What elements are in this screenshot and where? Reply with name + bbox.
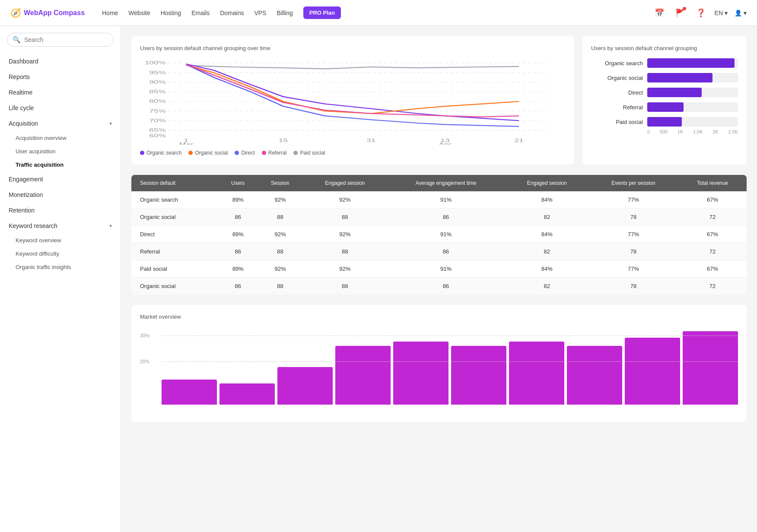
pro-plan-button[interactable]: PRO Plan — [303, 6, 341, 19]
sidebar-item-acquisition[interactable]: Acquisition ▾ — [0, 116, 121, 131]
calendar-icon[interactable]: 📅 — [652, 6, 666, 20]
sidebar-sub-traffic-acquisition[interactable]: Traffic acquisition — [0, 158, 121, 171]
sidebar-sub-user-acquisition[interactable]: User acquisition — [0, 145, 121, 158]
sidebar-label-acquisition: Acquisition — [9, 120, 38, 127]
svg-text:80%: 80% — [149, 99, 166, 104]
language-selector[interactable]: EN ▾ — [715, 10, 728, 16]
nav-home[interactable]: Home — [102, 10, 118, 16]
nav-billing[interactable]: Billing — [277, 10, 293, 16]
user-menu[interactable]: 👤 ▾ — [735, 10, 747, 16]
legend-label-referral: Referral — [268, 150, 287, 156]
notification-badge — [683, 7, 686, 10]
main-content: Users by session default channel groupin… — [121, 26, 757, 532]
hbar-row-organic-search: Organic search — [591, 58, 738, 68]
market-bar-fill — [277, 367, 333, 405]
table-header: Session default Users Session Engaged se… — [131, 175, 747, 191]
sidebar-item-reports[interactable]: Reports — [0, 69, 121, 85]
col-events: Events per session — [588, 175, 678, 191]
nav-emails[interactable]: Emails — [191, 10, 210, 16]
flag-icon[interactable]: 🚩 — [673, 6, 687, 20]
cell-users: 89% — [219, 191, 257, 209]
help-icon[interactable]: ❓ — [694, 6, 708, 20]
market-bar-fill — [683, 331, 738, 405]
market-bar-column — [509, 327, 564, 405]
sidebar-item-lifecycle[interactable]: Life cycle — [0, 100, 121, 116]
legend-organic-social: Organic social — [188, 150, 228, 156]
sidebar-sub-keyword-overview[interactable]: Keyword overview — [0, 234, 121, 247]
nav-vps[interactable]: VPS — [254, 10, 266, 16]
market-bar-column — [393, 327, 448, 405]
legend-dot-organic-search — [140, 151, 144, 155]
nav-hosting[interactable]: Hosting — [161, 10, 181, 16]
search-input[interactable] — [24, 36, 108, 43]
hbar-fill-direct — [647, 88, 702, 97]
cell-revenue: 67% — [678, 191, 747, 209]
nav-right-icons: 📅 🚩 ❓ EN ▾ 👤 ▾ — [652, 6, 747, 20]
search-box[interactable]: 🔍 — [7, 33, 114, 47]
sidebar-item-engagement[interactable]: Engagement — [0, 171, 121, 187]
sidebar-item-retention[interactable]: Retention — [0, 203, 121, 218]
data-table-card: Session default Users Session Engaged se… — [131, 175, 747, 294]
legend-label-paid-social: Paid social — [300, 150, 325, 156]
svg-text:31: 31 — [366, 138, 375, 143]
hbar-track-organic-search — [647, 58, 738, 68]
sidebar-label-retention: Retention — [9, 207, 35, 214]
cell-session: 92% — [257, 226, 304, 243]
line-chart-svg: 100% 95% 90% 85% 80% 75% 70% 65% 60% 1 M… — [140, 58, 565, 145]
sidebar: 🔍 Dashboard Reports Realtime Life cycle … — [0, 26, 121, 532]
line-chart-legend: Organic search Organic social Direct Ref… — [140, 150, 565, 156]
table-row: Organic social 86 88 88 86 82 78 72 — [131, 278, 747, 295]
cell-label: Organic social — [131, 209, 219, 226]
logo[interactable]: 🧭 WebApp Compass — [10, 8, 88, 18]
sidebar-item-monetization[interactable]: Monetization — [0, 187, 121, 203]
hbar-chart-title: Users by session default channel groupin… — [591, 45, 738, 51]
market-bar-column — [335, 327, 391, 405]
cell-engaged: 92% — [303, 191, 386, 209]
cell-engaged: 88 — [303, 278, 386, 295]
svg-text:65%: 65% — [149, 128, 166, 133]
market-bar-column — [567, 327, 622, 405]
market-bar-column — [277, 327, 333, 405]
col-engaged-session: Engaged session — [303, 175, 386, 191]
cell-revenue: 72 — [678, 209, 747, 226]
sidebar-label-keyword-research: Keyword research — [9, 222, 57, 229]
market-bar-fill — [162, 380, 217, 405]
svg-text:85%: 85% — [149, 89, 166, 94]
top-navigation: 🧭 WebApp Compass Home Website Hosting Em… — [0, 0, 757, 26]
col-avg-engagement: Average engagement time — [386, 175, 505, 191]
hbar-fill-organic-social — [647, 73, 712, 82]
nav-domains[interactable]: Domains — [220, 10, 244, 16]
hbar-label-organic-social: Organic social — [591, 75, 643, 81]
sidebar-sub-organic-traffic[interactable]: Organic traffic insights — [0, 260, 121, 274]
table-row: Direct 89% 92% 92% 91% 84% 77% 67% — [131, 226, 747, 243]
sidebar-item-realtime[interactable]: Realtime — [0, 85, 121, 100]
svg-text:21: 21 — [514, 138, 523, 143]
market-dashed-20 — [162, 361, 738, 362]
hbar-track-referral — [647, 102, 738, 112]
market-dashed-30 — [162, 336, 738, 336]
keyword-research-chevron-icon: ▾ — [109, 223, 112, 229]
user-chevron-icon: ▾ — [744, 10, 747, 16]
legend-organic-search: Organic search — [140, 150, 181, 156]
sidebar-label-reports: Reports — [9, 73, 30, 80]
svg-text:Mar: Mar — [179, 142, 193, 145]
hbar-fill-paid-social — [647, 117, 682, 127]
market-bar-fill — [567, 346, 622, 405]
sidebar-item-keyword-research[interactable]: Keyword research ▾ — [0, 218, 121, 234]
col-session: Session — [257, 175, 304, 191]
cell-eng-session: 82 — [506, 243, 588, 260]
line-chart-container: 100% 95% 90% 85% 80% 75% 70% 65% 60% 1 M… — [140, 58, 565, 145]
sidebar-item-dashboard[interactable]: Dashboard — [0, 54, 121, 69]
market-ylabel-30: 30% — [140, 333, 149, 338]
nav-website[interactable]: Website — [128, 10, 150, 16]
cell-events: 78 — [588, 209, 678, 226]
hbar-chart-card: Users by session default channel groupin… — [582, 36, 747, 165]
legend-paid-social: Paid social — [293, 150, 325, 156]
sidebar-sub-acquisition-overview[interactable]: Acquisition overview — [0, 131, 121, 145]
line-chart-card: Users by session default channel groupin… — [131, 36, 574, 165]
cell-events: 77% — [588, 226, 678, 243]
market-bar-column — [625, 327, 680, 405]
cell-revenue: 67% — [678, 226, 747, 243]
sidebar-sub-keyword-difficulty[interactable]: Keyword difficulty — [0, 247, 121, 260]
cell-avg-time: 86 — [386, 243, 505, 260]
